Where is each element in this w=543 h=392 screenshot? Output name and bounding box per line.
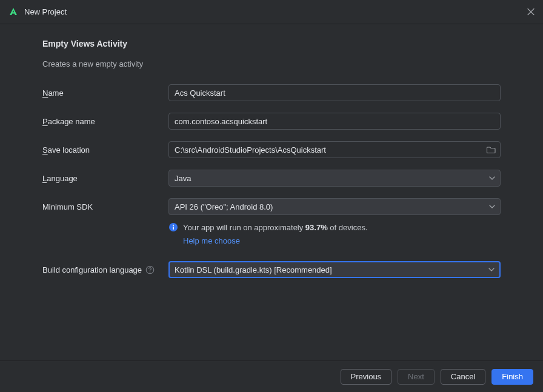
min-sdk-select-value: API 26 ("Oreo"; Android 8.0): [175, 202, 273, 211]
name-input[interactable]: [168, 84, 501, 101]
row-name: Name: [42, 84, 501, 101]
min-sdk-select[interactable]: API 26 ("Oreo"; Android 8.0): [168, 198, 501, 215]
build-config-select[interactable]: Kotlin DSL (build.gradle.kts) [Recommend…: [168, 261, 501, 278]
save-location-input[interactable]: [168, 141, 501, 158]
help-icon[interactable]: [145, 265, 155, 274]
language-select[interactable]: Java: [168, 170, 501, 187]
row-info: Your app will run on approximately 93.7%…: [42, 222, 501, 247]
cancel-button[interactable]: Cancel: [441, 369, 485, 385]
info-text-before: Your app will run on approximately: [183, 223, 305, 232]
row-min-sdk: Minimum SDK API 26 ("Oreo"; Android 8.0): [42, 198, 501, 215]
page-title: Empty Views Activity: [42, 39, 501, 48]
row-save-location: Save location: [42, 141, 501, 158]
info-icon: [168, 222, 178, 232]
folder-browse-icon[interactable]: [487, 146, 496, 154]
svg-rect-2: [173, 227, 174, 230]
dialog-content: Empty Views Activity Creates a new empty…: [0, 24, 543, 278]
language-select-value: Java: [175, 174, 191, 183]
titlebar: New Project: [0, 0, 543, 24]
label-language: Language: [42, 174, 168, 183]
row-package: Package name: [42, 113, 501, 130]
device-coverage-info: Your app will run on approximately 93.7%…: [168, 222, 501, 247]
previous-button[interactable]: Previous: [341, 369, 392, 385]
package-input[interactable]: [168, 113, 501, 130]
window-title: New Project: [24, 7, 67, 16]
svg-point-4: [150, 271, 151, 273]
label-name: Name: [42, 88, 168, 98]
page-description: Creates a new empty activity: [42, 59, 501, 68]
row-language: Language Java: [42, 170, 501, 187]
info-text-after: of devices.: [328, 223, 368, 232]
next-button: Next: [398, 369, 435, 385]
chevron-down-icon: [488, 268, 495, 271]
label-min-sdk: Minimum SDK: [42, 202, 168, 211]
dialog-footer: Previous Next Cancel Finish: [0, 360, 543, 392]
info-percent: 93.7%: [305, 223, 328, 232]
label-save-location: Save location: [42, 145, 168, 154]
row-build-config: Build configuration language Kotlin DSL …: [42, 261, 501, 278]
android-studio-icon: [8, 7, 18, 17]
chevron-down-icon: [489, 205, 495, 208]
label-package: Package name: [42, 117, 168, 126]
svg-point-1: [173, 225, 174, 226]
build-config-select-value: Kotlin DSL (build.gradle.kts) [Recommend…: [175, 265, 332, 274]
label-build-config: Build configuration language: [42, 265, 168, 274]
chevron-down-icon: [489, 176, 495, 180]
finish-button[interactable]: Finish: [491, 369, 533, 385]
close-icon[interactable]: [527, 7, 535, 16]
help-me-choose-link[interactable]: Help me choose: [183, 235, 240, 247]
